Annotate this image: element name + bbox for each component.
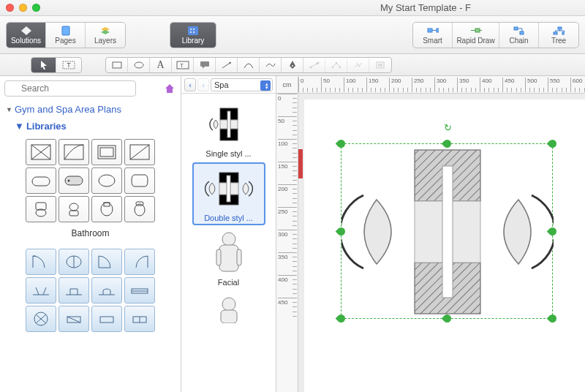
tree-button[interactable]: Tree: [539, 23, 578, 48]
svg-rect-10: [437, 29, 439, 32]
svg-line-45: [130, 145, 149, 159]
nav-fwd[interactable]: ›: [197, 78, 209, 91]
svg-line-66: [67, 317, 80, 323]
layers-icon: [99, 26, 111, 36]
lib-item[interactable]: [124, 196, 155, 222]
lib-item[interactable]: [91, 196, 122, 222]
svg-rect-12: [475, 29, 480, 32]
canvas[interactable]: ↻: [298, 94, 585, 392]
ruler-horizontal[interactable]: 050100150200250300350400450500550600: [298, 76, 585, 94]
lib-item[interactable]: [91, 277, 122, 304]
pages-icon: [60, 26, 72, 36]
svg-rect-9: [428, 29, 432, 32]
line-tool[interactable]: [216, 58, 238, 72]
arc-tool[interactable]: [238, 58, 260, 72]
fullscreen-window[interactable]: [32, 4, 40, 12]
solutions-button[interactable]: Solutions: [7, 23, 46, 48]
svg-point-23: [135, 62, 143, 68]
lib-item[interactable]: [58, 167, 89, 194]
layers-button[interactable]: Layers: [86, 23, 125, 48]
spline-tool[interactable]: [260, 58, 282, 72]
main-toolbar: Solutions Pages Layers Library Smart Rap…: [0, 16, 585, 54]
edit-points-tool[interactable]: [325, 58, 347, 72]
lib-item[interactable]: [26, 196, 56, 222]
chain-button[interactable]: Chain: [499, 23, 539, 48]
selection-bounds[interactable]: ↻: [341, 143, 553, 319]
home-icon[interactable]: [163, 82, 176, 95]
connector-tool[interactable]: [303, 58, 325, 72]
ruler-vertical[interactable]: 050100150200250300350400450: [276, 94, 298, 392]
lib-item[interactable]: [58, 139, 89, 165]
svg-rect-80: [216, 249, 221, 265]
pen-tool[interactable]: [282, 58, 303, 72]
svg-point-49: [99, 175, 115, 186]
lib-item[interactable]: [91, 167, 122, 194]
shape-double-styling[interactable]: Double styl ...: [192, 162, 265, 225]
rotation-handle[interactable]: ↻: [442, 122, 453, 132]
library-label-bathroom: Bathroom: [0, 225, 181, 246]
rect-tool[interactable]: [106, 58, 128, 72]
smart-button[interactable]: Smart: [413, 23, 453, 48]
svg-rect-89: [442, 166, 453, 298]
svg-point-54: [101, 203, 113, 216]
library-button[interactable]: Library: [170, 23, 216, 48]
text-tool[interactable]: T: [56, 58, 81, 72]
svg-rect-26: [200, 61, 209, 67]
lib-item[interactable]: [124, 167, 155, 194]
nav-back[interactable]: ‹: [184, 78, 196, 91]
ellipse-tool[interactable]: [128, 58, 150, 72]
pages-button[interactable]: Pages: [46, 23, 86, 48]
svg-rect-77: [227, 176, 230, 202]
text-shape-tool[interactable]: A: [150, 58, 172, 72]
pointer-tool[interactable]: [31, 58, 56, 72]
lib-item[interactable]: [58, 249, 89, 275]
svg-point-5: [190, 29, 192, 30]
minimize-window[interactable]: [19, 4, 27, 12]
svg-point-28: [292, 65, 293, 67]
callout-tool[interactable]: [194, 58, 216, 72]
svg-point-48: [68, 180, 70, 182]
canvas-object-double-styling[interactable]: [341, 144, 554, 320]
lib-item[interactable]: [58, 277, 89, 304]
svg-rect-37: [378, 64, 382, 67]
container-tool[interactable]: [369, 58, 391, 72]
chain-icon: [513, 26, 525, 36]
shape-single-styling[interactable]: Single styl ...: [192, 98, 265, 161]
svg-rect-73: [227, 111, 230, 137]
lib-item[interactable]: [26, 249, 56, 275]
search-input[interactable]: [4, 80, 136, 97]
lib-item[interactable]: [124, 277, 155, 304]
svg-rect-43: [100, 148, 113, 157]
close-window[interactable]: [6, 4, 14, 12]
lib-item[interactable]: [91, 139, 122, 165]
shape-facial[interactable]: Facial: [192, 227, 265, 290]
lib-item[interactable]: [58, 196, 89, 222]
lib-item[interactable]: [58, 306, 89, 332]
lib-item[interactable]: [91, 249, 122, 275]
svg-marker-3: [101, 30, 110, 34]
section-libraries[interactable]: ▼Libraries: [0, 118, 181, 136]
category-dropdown[interactable]: Spa▴▾: [211, 78, 273, 91]
lib-item[interactable]: [91, 306, 122, 332]
svg-point-8: [193, 31, 195, 33]
solutions-panel: 🔍 ▼Gym and Spa Area Plans ▼Libraries Bat…: [0, 76, 181, 392]
lib-item[interactable]: [26, 277, 56, 304]
break-tool[interactable]: [347, 58, 369, 72]
svg-rect-46: [32, 177, 50, 186]
shape-next[interactable]: [192, 291, 265, 326]
shapes-panel: ‹ › Spa▴▾ Single styl ...: [181, 76, 276, 392]
svg-marker-0: [21, 26, 31, 35]
lib-item[interactable]: [26, 306, 56, 332]
section-gym-spa[interactable]: ▼Gym and Spa Area Plans: [0, 101, 181, 118]
lib-item[interactable]: [124, 139, 155, 165]
lib-item[interactable]: [124, 249, 155, 275]
svg-rect-16: [520, 31, 524, 34]
lib-item[interactable]: [26, 139, 56, 165]
lib-item[interactable]: [26, 167, 56, 194]
lib-item[interactable]: [124, 306, 155, 332]
svg-point-6: [193, 29, 195, 30]
textbox-tool[interactable]: T: [172, 58, 194, 72]
svg-rect-1: [62, 26, 69, 35]
svg-rect-4: [188, 26, 198, 35]
rapiddraw-button[interactable]: Rapid Draw: [453, 23, 499, 48]
